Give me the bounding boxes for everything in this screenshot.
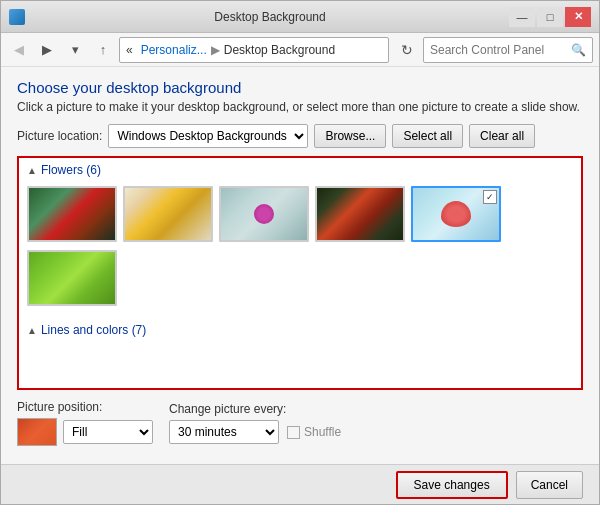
group-flowers-label[interactable]: ▲ Flowers (6) xyxy=(19,158,581,182)
page-title: Choose your desktop background xyxy=(17,79,583,96)
close-button[interactable]: ✕ xyxy=(565,7,591,27)
window-title: Desktop Background xyxy=(31,10,509,24)
back-button[interactable]: ◀ xyxy=(7,38,31,62)
flowers-grid: ✓ xyxy=(19,182,581,250)
flowers-collapse-icon: ▲ xyxy=(27,165,37,176)
breadcrumb-parent-link[interactable]: Personaliz... xyxy=(141,43,207,57)
picture-location-row: Picture location: Windows Desktop Backgr… xyxy=(17,124,583,148)
flowers-grid-row2 xyxy=(19,250,581,314)
thumbnail-flower2[interactable] xyxy=(123,186,213,242)
recent-button[interactable]: ▾ xyxy=(63,38,87,62)
position-select[interactable]: Fill Fit Stretch Tile Center xyxy=(63,420,153,444)
search-input[interactable] xyxy=(430,43,571,57)
window-icon xyxy=(9,9,25,25)
clear-all-button[interactable]: Clear all xyxy=(469,124,535,148)
save-changes-button[interactable]: Save changes xyxy=(396,471,508,499)
thumbnail-flower5[interactable]: ✓ xyxy=(411,186,501,242)
up-button[interactable]: ↑ xyxy=(91,38,115,62)
lines-collapse-icon: ▲ xyxy=(27,325,37,336)
change-picture-label: Change picture every: xyxy=(169,402,341,416)
change-picture-select[interactable]: 30 minutes 10 seconds 30 seconds 1 minut… xyxy=(169,420,279,444)
title-bar: Desktop Background — □ ✕ xyxy=(1,1,599,33)
thumbnail-flower3[interactable] xyxy=(219,186,309,242)
forward-button[interactable]: ▶ xyxy=(35,38,59,62)
breadcrumb: « Personaliz... ▶ Desktop Background xyxy=(119,37,389,63)
change-picture-group: Change picture every: 30 minutes 10 seco… xyxy=(169,402,341,444)
minimize-button[interactable]: — xyxy=(509,7,535,27)
page-subtitle: Click a picture to make it your desktop … xyxy=(17,100,583,114)
picture-location-select[interactable]: Windows Desktop Backgrounds xyxy=(108,124,308,148)
search-icon: 🔍 xyxy=(571,43,586,57)
breadcrumb-arrow: ▶ xyxy=(211,43,220,57)
browse-button[interactable]: Browse... xyxy=(314,124,386,148)
desktop-background-window: Desktop Background — □ ✕ ◀ ▶ ▾ ↑ « Perso… xyxy=(0,0,600,505)
breadcrumb-current-label: Desktop Background xyxy=(224,43,335,57)
image-grid-area: ▲ Flowers (6) ✓ ▲ Lines and colors (7) xyxy=(17,156,583,390)
window-controls: — □ ✕ xyxy=(509,7,591,27)
search-box: 🔍 xyxy=(423,37,593,63)
thumbnail-flower4[interactable] xyxy=(315,186,405,242)
position-preview xyxy=(17,418,57,446)
change-row: 30 minutes 10 seconds 30 seconds 1 minut… xyxy=(169,420,341,444)
refresh-button[interactable]: ↻ xyxy=(395,38,419,62)
bottom-controls: Picture position: Fill Fit Stretch Tile … xyxy=(17,390,583,452)
nav-bar: ◀ ▶ ▾ ↑ « Personaliz... ▶ Desktop Backgr… xyxy=(1,33,599,67)
shuffle-label: Shuffle xyxy=(304,425,341,439)
lines-group-title: Lines and colors (7) xyxy=(41,323,146,337)
flowers-group-title: Flowers (6) xyxy=(41,163,101,177)
main-content: Choose your desktop background Click a p… xyxy=(1,67,599,464)
select-all-button[interactable]: Select all xyxy=(392,124,463,148)
picture-location-label: Picture location: xyxy=(17,129,102,143)
position-label: Picture position: xyxy=(17,400,153,414)
maximize-button[interactable]: □ xyxy=(537,7,563,27)
selected-checkmark: ✓ xyxy=(483,190,497,204)
position-group: Picture position: Fill Fit Stretch Tile … xyxy=(17,400,153,446)
position-preview-row: Fill Fit Stretch Tile Center xyxy=(17,418,153,446)
breadcrumb-root-icon: « xyxy=(126,43,133,57)
action-bar: Save changes Cancel xyxy=(1,464,599,504)
thumbnail-flower1[interactable] xyxy=(27,186,117,242)
cancel-button[interactable]: Cancel xyxy=(516,471,583,499)
shuffle-checkbox[interactable] xyxy=(287,426,300,439)
shuffle-row: Shuffle xyxy=(287,425,341,439)
group-lines-label[interactable]: ▲ Lines and colors (7) xyxy=(19,318,581,342)
thumbnail-flower6[interactable] xyxy=(27,250,117,306)
